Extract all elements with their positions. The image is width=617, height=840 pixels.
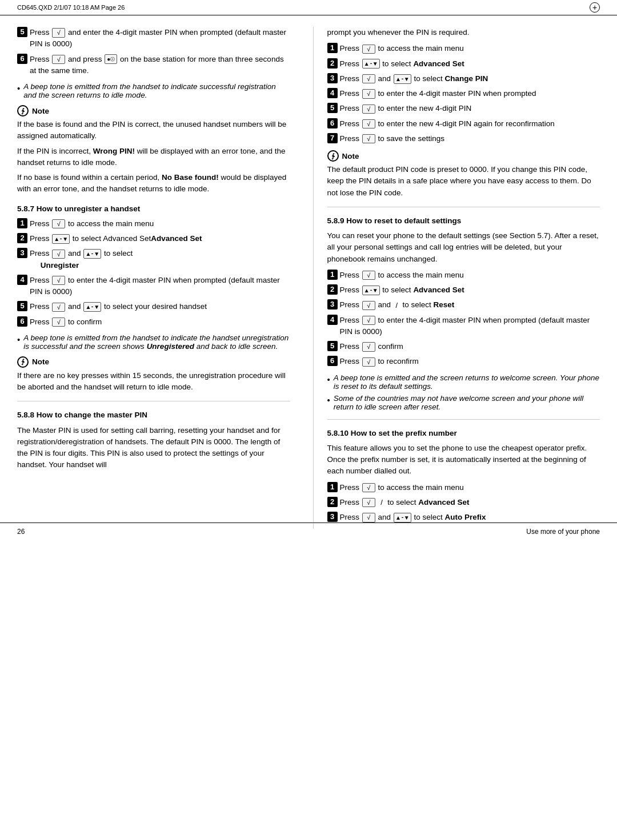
btn-nav-587-3b: ▲⁃▼ <box>83 249 101 259</box>
note-icon-right: ∱ <box>327 150 339 162</box>
step-6-item: 6 Press √ and press ●⦾ on the base stati… <box>17 54 290 77</box>
btn-589-5: √ <box>362 342 375 351</box>
steps-5810: 1 Press √ to access the main menu 2 Pres… <box>327 482 600 524</box>
bullet-587-text: A beep tone is emitted from the handset … <box>23 333 290 351</box>
footer-text: Use more of your phone <box>526 528 600 536</box>
btn-589-4: √ <box>362 316 375 325</box>
section-588-body: The Master PIN is used for setting call … <box>17 425 290 471</box>
note-icon-1: ∱ <box>17 105 29 116</box>
step-6-text: Press √ and press ●⦾ on the base station… <box>30 54 290 77</box>
bullet-dot-587: • <box>17 333 20 345</box>
btn-r5: √ <box>362 105 375 114</box>
right-column: prompt you whenever the PIN is required.… <box>313 27 600 529</box>
btn-589-6: √ <box>362 357 375 367</box>
steps-587: 1 Press √ to access the main menu 2 Pres… <box>17 218 290 328</box>
bullet-dot-589-2: • <box>327 394 330 406</box>
bullet-589-1-text: A beep tone is emitted and the screen re… <box>334 373 600 391</box>
btn-587-4: √ <box>52 276 65 285</box>
note-block-1: ∱ Note If the base is found and the PIN … <box>17 105 290 195</box>
section-5810-heading: 5.8.10 How to set the prefix number <box>327 428 600 439</box>
bullet-589-2: • Some of the countries may not have wel… <box>327 394 600 411</box>
note-block-2: ∱ Note If there are no key presses withi… <box>17 356 290 393</box>
btn-r1: √ <box>362 45 375 54</box>
note-label-1: Note <box>32 107 49 115</box>
steps-5-6: 5 Press √ and enter the 4-digit master P… <box>17 27 290 77</box>
btn-587-1: √ <box>52 219 65 228</box>
r-step-6: 6 Press √ to enter the new 4-digit PIN a… <box>327 118 600 130</box>
top-bar-left: CD645.QXD 2/1/07 10:18 AM Page 26 <box>17 4 125 11</box>
r-step-5: 5 Press √ to enter the new 4-digit PIN <box>327 103 600 114</box>
589-step-2: 2 Press ▲⁃▼ to select Advanced Set <box>327 284 600 296</box>
slash-5810-2: / <box>379 498 385 507</box>
587-step-5: 5 Press √ and ▲⁃▼ to select your desired… <box>17 301 290 312</box>
btn-587-5a: √ <box>52 303 65 312</box>
btn-589-1: √ <box>362 271 375 280</box>
587-step-1: 1 Press √ to access the main menu <box>17 218 290 230</box>
note-header-1: ∱ Note <box>17 105 290 116</box>
589-step-4: 4 Press √ to enter the 4-digit master PI… <box>327 315 600 338</box>
bullet-dot-1: • <box>17 82 20 94</box>
btn-r7: √ <box>362 134 375 143</box>
divider-right-2 <box>327 419 600 420</box>
note-text-1a: If the base is found and the PIN is corr… <box>17 119 290 142</box>
bullet-587: • A beep tone is emitted from the handse… <box>17 333 290 351</box>
divider-1 <box>17 401 290 401</box>
menu-btn-icon-5: √ <box>52 28 65 37</box>
note-header-right: ∱ Note <box>327 150 600 162</box>
589-step-6: 6 Press √ to reconfirm <box>327 356 600 367</box>
note-label-2: Note <box>32 357 49 366</box>
bullet-dot-589-1: • <box>327 373 330 385</box>
btn-r4: √ <box>362 89 375 98</box>
btn-nav-5810-3b: ▲⁃▼ <box>394 513 411 523</box>
btn-nav-587-5b: ▲⁃▼ <box>83 302 101 312</box>
steps-589: 1 Press √ to access the main menu 2 Pres… <box>327 270 600 368</box>
note-label-right: Note <box>342 152 359 160</box>
587-step-3: 3 Press √ and ▲⁃▼ to select Unregister <box>17 248 290 271</box>
btn-5810-2a: √ <box>362 498 375 507</box>
589-step-1: 1 Press √ to access the main menu <box>327 270 600 281</box>
page-footer: 26 Use more of your phone <box>0 523 617 540</box>
right-intro: prompt you whenever the PIN is required. <box>327 27 600 38</box>
r-step-7: 7 Press √ to save the settings <box>327 133 600 144</box>
btn-5810-3a: √ <box>362 513 375 522</box>
587-step-6: 6 Press √ to confirm <box>17 316 290 328</box>
bullet-1: • A beep tone is emitted from the handse… <box>17 82 290 99</box>
btn-r6: √ <box>362 119 375 128</box>
divider-right-1 <box>327 207 600 207</box>
bullet-1-text: A beep tone is emitted from the handset … <box>23 82 290 99</box>
steps-588-right: 1 Press √ to access the main menu 2 Pres… <box>327 43 600 144</box>
step-5-item: 5 Press √ and enter the 4-digit master P… <box>17 27 290 50</box>
r-step-1: 1 Press √ to access the main menu <box>327 43 600 54</box>
587-step-4: 4 Press √ to enter the 4-digit master PI… <box>17 275 290 298</box>
note-text-1c: If no base is found within a certain per… <box>17 172 290 195</box>
btn-589-3a: √ <box>362 301 375 310</box>
r-step-3: 3 Press √ and ▲⁃▼ to select Change PIN <box>327 73 600 85</box>
section-589-body: You can reset your phone to the default … <box>327 230 600 265</box>
content-area: 5 Press √ and enter the 4-digit master P… <box>0 15 617 540</box>
587-step-2: 2 Press ▲⁃▼ to select Advanced SetAdvanc… <box>17 233 290 244</box>
btn-nav-587-2: ▲⁃▼ <box>52 234 70 244</box>
r-step-2: 2 Press ▲⁃▼ to select Advanced Set <box>327 58 600 70</box>
btn-587-6: √ <box>52 317 65 327</box>
note-text-right: The default product PIN code is preset t… <box>327 164 600 199</box>
left-column: 5 Press √ and enter the 4-digit master P… <box>17 27 296 529</box>
5810-step-1: 1 Press √ to access the main menu <box>327 482 600 493</box>
footer-page-num: 26 <box>17 528 25 536</box>
note-icon-2: ∱ <box>17 356 29 368</box>
step-5-num: 5 <box>17 27 27 37</box>
note-text-1b: If the PIN is incorrect, Wrong PIN! will… <box>17 146 290 169</box>
step-5-text: Press √ and enter the 4-digit master PIN… <box>30 27 290 50</box>
589-step-5: 5 Press √ confirm <box>327 341 600 352</box>
btn-r3a: √ <box>362 74 375 83</box>
page: CD645.QXD 2/1/07 10:18 AM Page 26 5 Pres… <box>0 0 617 540</box>
menu-btn-icon-6: √ <box>52 55 65 64</box>
note-header-2: ∱ Note <box>17 356 290 368</box>
top-bar: CD645.QXD 2/1/07 10:18 AM Page 26 <box>0 0 617 15</box>
ok-btn-icon: ●⦾ <box>105 54 117 64</box>
slash-589-3: / <box>394 301 400 310</box>
section-587-heading: 5.8.7 How to unregister a handset <box>17 203 290 215</box>
note-block-right: ∱ Note The default product PIN code is p… <box>327 150 600 199</box>
btn-589-2: ▲⁃▼ <box>362 286 380 295</box>
btn-r2: ▲⁃▼ <box>362 59 380 69</box>
r-step-4: 4 Press √ to enter the 4-digit master PI… <box>327 88 600 99</box>
